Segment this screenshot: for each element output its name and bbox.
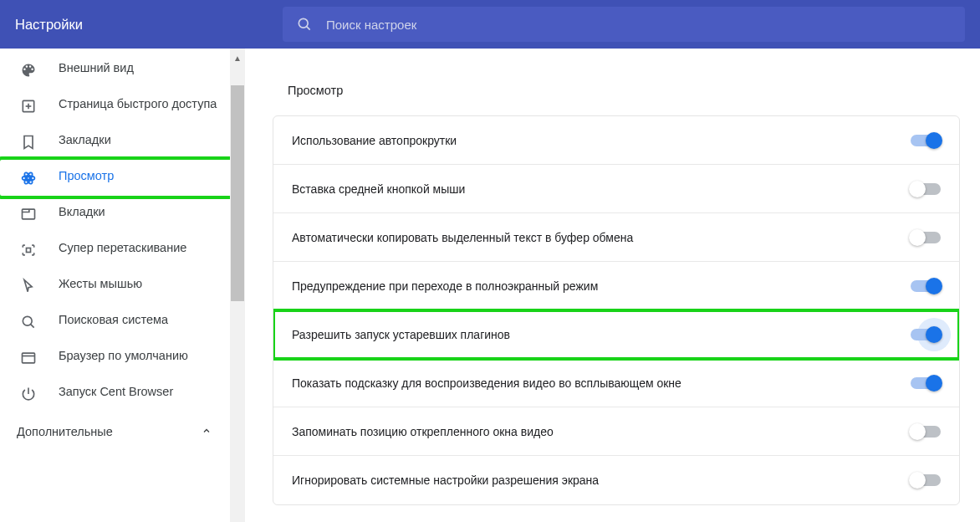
mouse-gestures-icon [20, 278, 37, 294]
app-header: Настройки [0, 0, 980, 49]
tabs-icon [20, 206, 37, 223]
sidebar-item-label: Запуск Cent Browser [59, 385, 173, 398]
sidebar-item-label: Закладки [59, 133, 111, 146]
super-drag-icon [20, 242, 37, 258]
svg-line-12 [31, 325, 34, 328]
svg-point-11 [23, 316, 32, 325]
setting-row-legacy-plugins: Разрешить запуск устаревших плагинов [273, 310, 959, 359]
setting-label: Запоминать позицию открепленного окна ви… [292, 425, 554, 438]
scrollbar-track[interactable]: ▲ [230, 49, 245, 522]
toggle-middle-click-paste[interactable] [911, 183, 941, 195]
setting-label: Вставка средней кнопкой мыши [292, 182, 465, 196]
sidebar-item-label: Вкладки [59, 205, 105, 218]
sidebar-item-label: Внешний вид [59, 61, 134, 74]
setting-label: Автоматически копировать выделенный текс… [292, 231, 633, 244]
search-input[interactable] [326, 18, 952, 32]
toggle-ignore-dpi[interactable] [911, 474, 941, 486]
page-title: Настройки [15, 17, 83, 33]
startup-icon [20, 386, 37, 402]
search-icon [296, 16, 313, 33]
sidebar-item-mouse-gestures[interactable]: Жесты мышью [0, 268, 233, 304]
chevron-up-icon [202, 425, 212, 438]
sidebar-item-super-drag[interactable]: Супер перетаскивание [0, 232, 233, 268]
svg-point-5 [27, 177, 29, 179]
svg-point-0 [299, 18, 308, 28]
sidebar-item-label: Супер перетаскивание [59, 241, 186, 254]
sidebar-item-label: Жесты мышью [59, 277, 142, 290]
sidebar-item-tabs[interactable]: Вкладки [0, 196, 233, 232]
setting-label: Использование автопрокрутки [292, 134, 457, 147]
sidebar-item-search-engine[interactable]: Поисковая система [0, 304, 233, 340]
setting-row-remember-pip-pos: Запоминать позицию открепленного окна ви… [273, 407, 959, 456]
sidebar-advanced[interactable]: Дополнительные [0, 412, 245, 448]
scrollbar-thumb[interactable] [231, 85, 244, 301]
setting-row-pip-hint: Показать подсказку для воспроизведения в… [273, 359, 959, 407]
setting-row-ignore-dpi: Игнорировать системные настройки разреше… [273, 456, 959, 504]
sidebar-item-browsing[interactable]: Просмотр [0, 160, 233, 196]
setting-row-middle-click-paste: Вставка средней кнопкой мыши [273, 165, 959, 213]
setting-label: Показать подсказку для воспроизведения в… [292, 376, 681, 390]
search-engine-icon [20, 314, 37, 330]
toggle-pip-hint[interactable] [911, 377, 941, 389]
svg-rect-13 [23, 353, 35, 363]
advanced-label: Дополнительные [17, 425, 113, 438]
sidebar-item-label: Страница быстрого доступа [59, 97, 217, 110]
setting-label: Разрешить запуск устаревших плагинов [292, 328, 510, 341]
toggle-remember-pip-pos[interactable] [911, 426, 941, 438]
sidebar-item-appearance[interactable]: Внешний вид [0, 52, 233, 88]
sidebar-item-bookmarks[interactable]: Закладки [0, 124, 233, 160]
setting-label: Предупреждение при переходе в полноэкран… [292, 279, 598, 293]
setting-row-fullscreen-warning: Предупреждение при переходе в полноэкран… [273, 262, 959, 310]
section-title: Просмотр [288, 84, 960, 97]
toggle-autoscroll[interactable] [911, 135, 941, 146]
sidebar-item-label: Браузер по умолчанию [59, 349, 188, 362]
toggle-fullscreen-warning[interactable] [911, 280, 941, 292]
sidebar-item-speed-dial[interactable]: Страница быстрого доступа [0, 88, 233, 124]
setting-label: Игнорировать системные настройки разреше… [292, 473, 599, 487]
default-browser-icon [20, 350, 37, 366]
toggle-legacy-plugins[interactable] [911, 329, 941, 340]
sidebar-item-default-browser[interactable]: Браузер по умолчанию [0, 340, 233, 376]
browsing-icon [20, 170, 37, 187]
sidebar-item-label: Просмотр [59, 169, 114, 182]
svg-rect-10 [27, 248, 31, 253]
sidebar: Внешний видСтраница быстрого доступаЗакл… [0, 49, 246, 522]
search-box[interactable] [283, 7, 965, 42]
settings-panel: Использование автопрокруткиВставка средн… [273, 115, 960, 505]
speed-dial-icon [20, 98, 37, 115]
sidebar-item-startup[interactable]: Запуск Cent Browser [0, 376, 233, 412]
setting-row-autoscroll: Использование автопрокрутки [273, 116, 959, 165]
svg-line-1 [307, 27, 310, 30]
content-area: Просмотр Использование автопрокруткиВста… [246, 49, 980, 522]
scroll-up-arrow[interactable]: ▲ [232, 52, 243, 64]
toggle-auto-copy[interactable] [911, 232, 941, 243]
bookmarks-icon [20, 134, 37, 151]
setting-row-auto-copy: Автоматически копировать выделенный текс… [273, 213, 959, 262]
sidebar-item-label: Поисковая система [59, 313, 168, 326]
appearance-icon [20, 62, 37, 79]
